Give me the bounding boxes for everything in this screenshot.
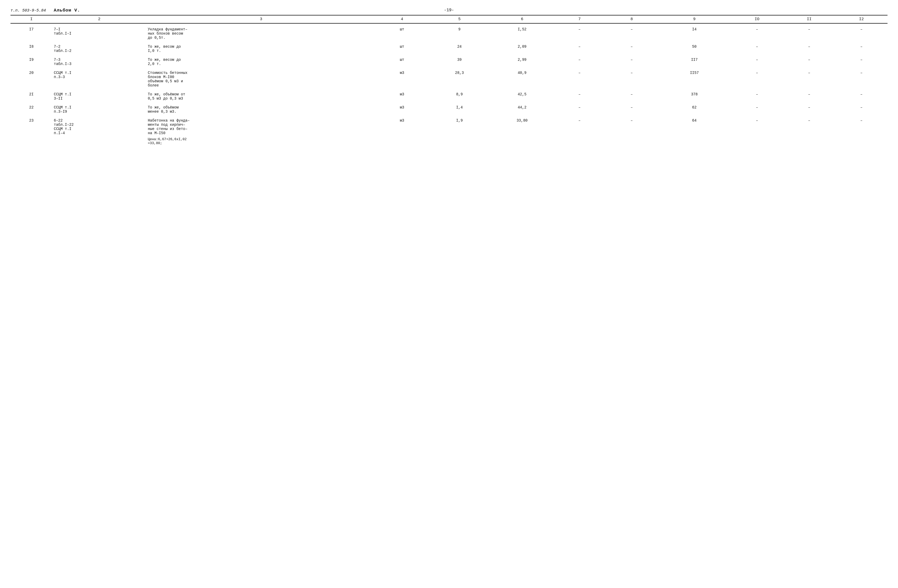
- col-header-1: I: [11, 15, 52, 23]
- cell-col11: –: [783, 89, 835, 102]
- cell-col12: –: [835, 89, 887, 102]
- col-header-8: 8: [606, 15, 658, 23]
- cell-col5: 39: [428, 54, 491, 67]
- cell-col6: 33,80: [491, 115, 554, 136]
- col-header-2: 2: [52, 15, 146, 23]
- cell-col5: 24: [428, 41, 491, 54]
- cell-col3: То же, объёмом от0,5 м3 до 0,3 м3: [146, 89, 376, 102]
- table-row: I87–2табл.I–2То же, весом доI,0 т.шт242,…: [11, 41, 887, 54]
- cell-col10: –: [731, 23, 783, 41]
- cell-col1: 2I: [11, 89, 52, 102]
- doc-ref: т.п. 503-9-5.84: [11, 8, 46, 13]
- table-row-note: Цена:6,67+26,6xI,02=33,80;: [11, 136, 887, 146]
- cell-col2: 6–22табл.I–22ССЦМ т.Iп.I–4: [52, 115, 146, 136]
- cell-col3: Стоимость бетонныхблоков М–I00объёмом 0,…: [146, 67, 376, 89]
- cell-col12: –: [835, 23, 887, 41]
- cell-col11: –: [783, 102, 835, 115]
- cell-col12: –: [835, 102, 887, 115]
- cell-col6: 42,5: [491, 89, 554, 102]
- cell-col1: I9: [11, 54, 52, 67]
- page-number: -19-: [444, 8, 454, 12]
- cell-col4: шт: [376, 54, 428, 67]
- cell-col8: –: [606, 54, 658, 67]
- cell-col9: 62: [658, 102, 731, 115]
- cell-col10: –: [731, 41, 783, 54]
- cell-col3: Укладка фундамент–ных блоков весомдо 0,5…: [146, 23, 376, 41]
- cell-col11: –: [783, 115, 835, 136]
- cell-col12: –: [835, 115, 887, 136]
- cell-col8: –: [606, 89, 658, 102]
- cell-col12: –: [835, 41, 887, 54]
- cell-col11: –: [783, 23, 835, 41]
- cell-col3: То же, весом доI,0 т.: [146, 41, 376, 54]
- cell-col6: 44,2: [491, 102, 554, 115]
- cell-col10: –: [731, 102, 783, 115]
- cell-col12: –: [835, 67, 887, 89]
- cell-col10: –: [731, 54, 783, 67]
- cell-col5: 8,9: [428, 89, 491, 102]
- cell-col5: 28,3: [428, 67, 491, 89]
- cell-col4: м3: [376, 115, 428, 136]
- cell-col8: –: [606, 67, 658, 89]
- cell-col1: 22: [11, 102, 52, 115]
- cell-col11: –: [783, 54, 835, 67]
- cell-col2: ССЦМ т.I3–II: [52, 89, 146, 102]
- main-table: I 2 3 4 5 6 7 8 9 IO II I2 I77–Iтабл.I–I…: [11, 15, 887, 146]
- cell-col4: м3: [376, 89, 428, 102]
- album-title: Альбом V.: [54, 8, 80, 13]
- cell-note: Цена:6,67+26,6xI,02=33,80;: [146, 136, 887, 146]
- table-row: I77–Iтабл.I–IУкладка фундамент–ных блоко…: [11, 23, 887, 41]
- cell-col5: I,9: [428, 115, 491, 136]
- cell-col10: –: [731, 67, 783, 89]
- cell-col1: I8: [11, 41, 52, 54]
- cell-col8: –: [606, 115, 658, 136]
- cell-col4: шт: [376, 41, 428, 54]
- cell-col4: м3: [376, 102, 428, 115]
- cell-col11: –: [783, 41, 835, 54]
- col-header-5: 5: [428, 15, 491, 23]
- cell-col6: I,52: [491, 23, 554, 41]
- cell-col9: II57: [658, 67, 731, 89]
- cell-col7: –: [554, 67, 606, 89]
- table-row: 236–22табл.I–22ССЦМ т.Iп.I–4Набетонка на…: [11, 115, 887, 136]
- cell-col2: ССЦМ т.Iп.3–3: [52, 67, 146, 89]
- cell-col6: 2,99: [491, 54, 554, 67]
- cell-col2: 7–3табл.I–3: [52, 54, 146, 67]
- column-headers: I 2 3 4 5 6 7 8 9 IO II I2: [11, 15, 887, 23]
- cell-col1: 20: [11, 67, 52, 89]
- cell-col7: –: [554, 23, 606, 41]
- col-header-12: I2: [835, 15, 887, 23]
- cell-col1: 23: [11, 115, 52, 136]
- cell-col5: I,4: [428, 102, 491, 115]
- cell-col3: То же, объёмомменее 0,3 м3.: [146, 102, 376, 115]
- cell-col10: –: [731, 89, 783, 102]
- page-header: т.п. 503-9-5.84 Альбом V. -19-: [11, 8, 887, 13]
- cell-col8: –: [606, 41, 658, 54]
- cell-col11: –: [783, 67, 835, 89]
- table-row: 22ССЦМ т.Iп.3–I9То же, объёмомменее 0,3 …: [11, 102, 887, 115]
- cell-col9: 64: [658, 115, 731, 136]
- col-header-7: 7: [554, 15, 606, 23]
- cell-col9: 378: [658, 89, 731, 102]
- cell-col7: –: [554, 41, 606, 54]
- col-header-11: II: [783, 15, 835, 23]
- cell-col7: –: [554, 89, 606, 102]
- cell-col4: шт: [376, 23, 428, 41]
- cell-col8: –: [606, 102, 658, 115]
- cell-col6: 2,09: [491, 41, 554, 54]
- cell-col9: I4: [658, 23, 731, 41]
- cell-col6: 40,9: [491, 67, 554, 89]
- cell-col2: 7–Iтабл.I–I: [52, 23, 146, 41]
- table-row: 2IССЦМ т.I3–IIТо же, объёмом от0,5 м3 до…: [11, 89, 887, 102]
- table-row: 20ССЦМ т.Iп.3–3Стоимость бетонныхблоков …: [11, 67, 887, 89]
- cell-col5: 9: [428, 23, 491, 41]
- cell-col7: –: [554, 115, 606, 136]
- cell-col7: –: [554, 102, 606, 115]
- cell-col8: –: [606, 23, 658, 41]
- cell-col9: II7: [658, 54, 731, 67]
- col-header-10: IO: [731, 15, 783, 23]
- cell-col2: ССЦМ т.Iп.3–I9: [52, 102, 146, 115]
- table-row: I97–3табл.I–3То же, весом до2,0 т.шт392,…: [11, 54, 887, 67]
- col-header-3: 3: [146, 15, 376, 23]
- col-header-9: 9: [658, 15, 731, 23]
